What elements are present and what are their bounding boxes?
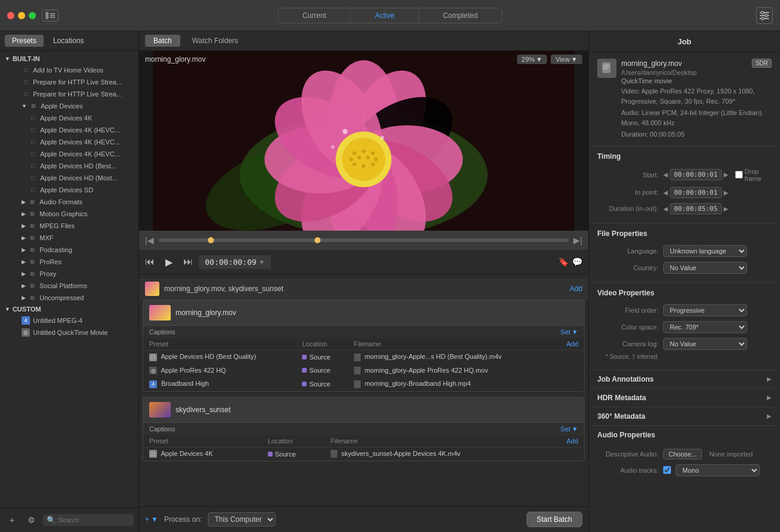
color-space-select[interactable]: Rec. 709* xyxy=(663,321,747,333)
close-button[interactable] xyxy=(7,12,14,19)
sidebar-item-prores[interactable]: ▶ ⊞ ProRes xyxy=(0,256,138,268)
arrow-icon: ▶ xyxy=(22,295,26,301)
sidebar-item-apple-4k[interactable]: □ Apple Devices 4K xyxy=(0,112,138,124)
skip-back-button[interactable]: ⏮ xyxy=(145,256,155,267)
sidebar-item-mpeg-files[interactable]: ▶ ⊞ MPEG Files xyxy=(0,220,138,232)
sidebar-item-http2[interactable]: □ Prepare for HTTP Live Strea... xyxy=(0,88,138,100)
sidebar-item-podcasting[interactable]: ▶ ⊞ Podcasting xyxy=(0,244,138,256)
search-input[interactable] xyxy=(58,516,130,524)
bookmark-button[interactable]: 🔖 xyxy=(558,257,569,267)
filename-label: skydivers_sunset-Apple Devices 4K.m4v xyxy=(341,450,461,457)
time-start-field[interactable]: 00:00:00:01 xyxy=(670,169,722,180)
zoom-button[interactable]: 29% ▼ xyxy=(517,55,548,64)
sidebar-item-add-tv[interactable]: □ Add to TV Home Videos xyxy=(0,64,138,76)
sidebar-item-http1[interactable]: □ Prepare for HTTP Live Strea... xyxy=(0,76,138,88)
sidebar-item-apple-hd-best[interactable]: □ Apple Devices HD (Best... xyxy=(0,160,138,172)
batch-add-button[interactable]: Add xyxy=(570,285,582,293)
sidebar-item-apple-4k-hevc2[interactable]: □ Apple Devices 4K (HEVC... xyxy=(0,136,138,148)
table-row[interactable]: 4 Broadband High Source xyxy=(143,377,584,391)
play-button[interactable]: ▶ xyxy=(161,253,177,270)
location-badge: Source xyxy=(302,380,330,388)
add-preset-button[interactable]: + xyxy=(5,513,19,527)
add-preset-morning-button[interactable]: Add xyxy=(566,340,578,347)
table-row[interactable]: □ Apple Devices 4K Source xyxy=(143,447,584,461)
builtin-header[interactable]: ▼ BUILT-IN xyxy=(0,53,138,64)
sidebar-item-social-platforms[interactable]: ▶ ⊞ Social Platforms xyxy=(0,280,138,292)
active-tab[interactable]: Active xyxy=(351,8,419,23)
view-button[interactable]: View ▼ xyxy=(551,55,582,64)
sidebar-item-label: Apple Devices 4K (HEVC... xyxy=(40,138,120,146)
sidebar-item-proxy[interactable]: ▶ ⊞ Proxy xyxy=(0,268,138,280)
job-annotations-header[interactable]: Job Annotations ▶ xyxy=(589,370,780,388)
time-increment-icon[interactable]: ▶ xyxy=(724,171,728,178)
captions-label-skydivers: Captions xyxy=(149,425,561,433)
dropframe-checkbox[interactable] xyxy=(735,171,743,179)
watch-folders-tab[interactable]: Watch Folders xyxy=(184,35,247,47)
time-duration-field[interactable]: 00:00:05:05 xyxy=(670,203,722,214)
sidebar-item-apple-hd-most[interactable]: □ Apple Devices HD (Most... xyxy=(0,172,138,184)
presets-tab[interactable]: Presets xyxy=(5,35,44,47)
filename-label: morning_glory-Broadband High.mp4 xyxy=(365,380,471,387)
fullscreen-button[interactable] xyxy=(29,12,36,19)
choose-audio-button[interactable]: Choose... xyxy=(663,449,702,460)
sidebar-item-untitled-quicktime[interactable]: ◎ Untitled QuickTime Movie xyxy=(0,327,138,338)
hdr-metadata-header[interactable]: HDR Metadata ▶ xyxy=(589,389,780,407)
timeline-marker-2[interactable] xyxy=(315,237,321,243)
timeline-marker-1[interactable] xyxy=(208,237,214,243)
comment-button[interactable]: 💬 xyxy=(572,257,582,267)
settings-button[interactable]: ⚙ xyxy=(24,513,38,527)
batch-item-name-skydivers: skydivers_sunset xyxy=(176,406,578,414)
sidebar-item-uncompressed[interactable]: ▶ ⊞ Uncompressed xyxy=(0,292,138,304)
minimize-button[interactable] xyxy=(18,12,25,19)
sidebar-item-apple-sd[interactable]: □ Apple Devices SD xyxy=(0,184,138,196)
time-increment-icon[interactable]: ▶ xyxy=(724,189,728,196)
table-row[interactable]: □ Apple Devices HD (Best Quality) Source xyxy=(143,350,584,364)
timecode-dropdown-icon[interactable]: ▼ xyxy=(259,259,265,265)
time-inpoint-field[interactable]: 00:00:00:01 xyxy=(670,187,722,198)
completed-tab[interactable]: Completed xyxy=(418,8,502,23)
table-row[interactable]: ◎ Apple ProRes 422 HQ Source xyxy=(143,364,584,377)
time-decrement-icon[interactable]: ◀ xyxy=(663,205,668,212)
timeline[interactable]: |◀ ▶| xyxy=(139,231,588,250)
row-action-cell xyxy=(547,447,584,461)
custom-header[interactable]: ▼ CUSTOM xyxy=(0,304,138,315)
skip-forward-button[interactable]: ⏭ xyxy=(183,256,193,267)
locations-tab[interactable]: Locations xyxy=(46,35,91,47)
timeline-track[interactable] xyxy=(159,238,569,242)
sidebar-item-audio-formats[interactable]: ▶ ⊞ Audio Formats xyxy=(0,196,138,208)
filename-cell: morning_glory-Apple...s HD (Best Quality… xyxy=(348,350,554,364)
language-select[interactable]: Unknown language xyxy=(663,245,747,257)
svg-point-27 xyxy=(342,138,385,181)
add-batch-item-button[interactable]: + ▼ xyxy=(145,515,158,524)
sidebar-item-motion-graphics[interactable]: ▶ ⊞ Motion Graphics xyxy=(0,208,138,220)
set-button-morning[interactable]: Set ▼ xyxy=(561,328,578,335)
process-select[interactable]: This Computer xyxy=(208,512,276,527)
add-preset-skydivers-button[interactable]: Add xyxy=(566,437,578,445)
time-decrement-icon[interactable]: ◀ xyxy=(663,171,668,178)
settings-icon-button[interactable] xyxy=(756,7,773,24)
camera-log-select[interactable]: No Value xyxy=(663,338,747,350)
audio-track-checkbox[interactable] xyxy=(663,466,671,474)
country-select[interactable]: No Value xyxy=(663,262,747,274)
field-order-select[interactable]: Progressive xyxy=(663,304,747,316)
batch-tab[interactable]: Batch xyxy=(145,35,180,47)
time-decrement-icon[interactable]: ◀ xyxy=(663,189,668,196)
time-increment-icon[interactable]: ▶ xyxy=(724,205,728,212)
arrow-icon: ▶ xyxy=(22,235,26,241)
timeline-end-icon[interactable]: ▶| xyxy=(573,235,582,245)
sidebar-toggle-button[interactable] xyxy=(42,10,59,22)
sidebar-item-mxf[interactable]: ▶ ⊞ MXF xyxy=(0,232,138,244)
zoom-level: 29% xyxy=(522,56,535,63)
sidebar-item-apple-4k-hevc3[interactable]: □ Apple Devices 4K (HEVC... xyxy=(0,148,138,160)
file-doc-icon xyxy=(354,367,361,374)
360-metadata-header[interactable]: 360° Metadata ▶ xyxy=(589,407,780,425)
arrow-icon: ▶ xyxy=(22,211,26,217)
start-batch-button[interactable]: Start Batch xyxy=(527,512,582,527)
set-button-skydivers[interactable]: Set ▼ xyxy=(561,425,578,433)
current-tab[interactable]: Current xyxy=(278,8,351,23)
audio-track-select[interactable]: Mono xyxy=(676,464,760,476)
sidebar-apple-devices-header[interactable]: ▼ ⊞ Apple Devices xyxy=(0,100,138,112)
sidebar-item-untitled-mpeg4[interactable]: 4 Untitled MPEG-4 xyxy=(0,315,138,327)
timeline-start-icon[interactable]: |◀ xyxy=(145,235,154,245)
sidebar-item-apple-4k-hevc1[interactable]: □ Apple Devices 4K (HEVC... xyxy=(0,124,138,136)
